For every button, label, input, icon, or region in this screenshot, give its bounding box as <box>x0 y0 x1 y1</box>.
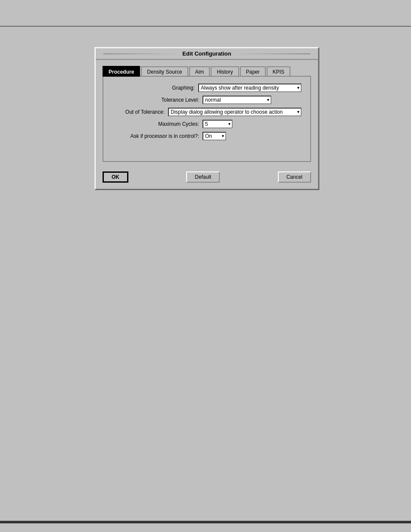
dialog-wrapper: Edit Configuration Procedure Density Sou… <box>95 47 319 190</box>
bottom-rule <box>0 521 411 523</box>
select-wrapper-tolerance: normal tight loose <box>202 96 271 104</box>
label-tolerance-level: Tolerance Level: <box>112 97 202 103</box>
tab-content-procedure: Graphing: Always show after reading dens… <box>103 76 311 162</box>
label-out-of-tolerance: Out of Tolerance: <box>112 109 168 115</box>
cancel-button[interactable]: Cancel <box>278 171 311 183</box>
select-wrapper-ask-processor: On Off <box>202 132 226 140</box>
select-tolerance-level[interactable]: normal tight loose <box>202 96 271 104</box>
top-rule <box>0 26 411 27</box>
dialog-footer: OK Default Cancel <box>96 167 318 189</box>
select-ask-processor[interactable]: On Off <box>202 132 226 140</box>
form-row-tolerance-level: Tolerance Level: normal tight loose <box>112 96 302 104</box>
tab-aim[interactable]: Aim <box>189 66 210 77</box>
select-wrapper-out-of-tolerance: Display dialog allowing operator to choo… <box>168 108 302 116</box>
select-out-of-tolerance[interactable]: Display dialog allowing operator to choo… <box>168 108 302 116</box>
edit-configuration-dialog: Edit Configuration Procedure Density Sou… <box>95 47 319 190</box>
title-line-right <box>235 53 310 54</box>
select-graphing[interactable]: Always show after reading density Never … <box>198 84 302 92</box>
tab-procedure[interactable]: Procedure <box>103 66 140 77</box>
tab-history[interactable]: History <box>211 66 239 77</box>
tab-kpis[interactable]: KPIS <box>267 66 290 77</box>
ok-button[interactable]: OK <box>103 171 128 183</box>
label-graphing: Graphing: <box>112 85 198 91</box>
tab-density-source[interactable]: Density Source <box>141 66 188 77</box>
form-row-ask-processor: Ask if processor is in control?: On Off <box>112 132 302 140</box>
tab-bar: Procedure Density Source Aim History Pap… <box>103 65 311 76</box>
label-ask-processor: Ask if processor is in control?: <box>112 133 202 139</box>
select-wrapper-graphing: Always show after reading density Never … <box>198 84 302 92</box>
form-row-maximum-cycles: Maximum Cycles: 1 2 3 4 5 10 <box>112 120 302 128</box>
form-row-graphing: Graphing: Always show after reading dens… <box>112 84 302 92</box>
tab-paper[interactable]: Paper <box>240 66 266 77</box>
dialog-title: Edit Configuration <box>182 50 231 57</box>
label-maximum-cycles: Maximum Cycles: <box>112 121 202 127</box>
select-maximum-cycles[interactable]: 1 2 3 4 5 10 <box>202 120 233 128</box>
select-wrapper-max-cycles: 1 2 3 4 5 10 <box>202 120 233 128</box>
default-button[interactable]: Default <box>186 171 220 183</box>
form-row-out-of-tolerance: Out of Tolerance: Display dialog allowin… <box>112 108 302 116</box>
dialog-titlebar: Edit Configuration <box>96 48 318 60</box>
title-line-left <box>103 53 179 54</box>
dialog-body: Procedure Density Source Aim History Pap… <box>96 60 318 167</box>
